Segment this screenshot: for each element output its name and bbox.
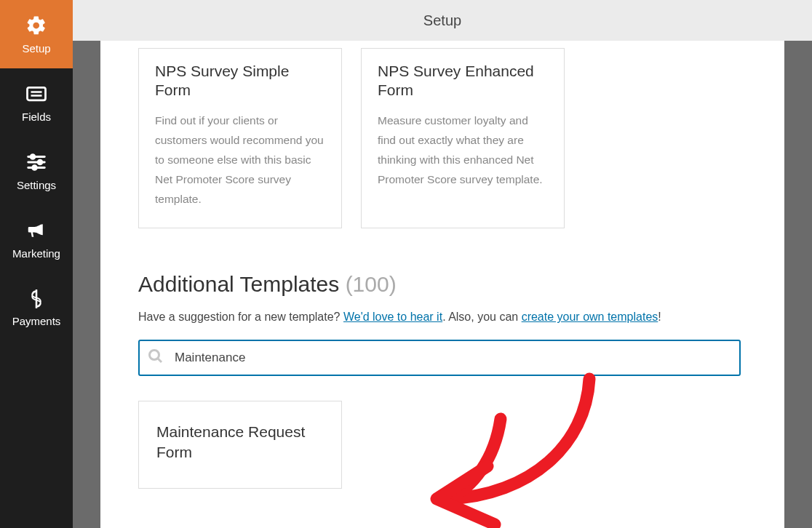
suggestion-post: ! <box>658 311 661 323</box>
sidebar-item-marketing[interactable]: Marketing <box>0 205 73 273</box>
suggestion-pre: Have a suggestion for a new template? <box>138 311 343 323</box>
top-bar: Setup <box>73 0 812 41</box>
additional-templates-heading: Additional Templates (100) <box>138 272 741 297</box>
template-desc: Find out if your clients or customers wo… <box>155 111 325 209</box>
svg-rect-0 <box>28 87 46 100</box>
sidebar-item-payments[interactable]: Payments <box>0 273 73 342</box>
search-icon <box>147 348 164 368</box>
template-row: NPS Survey Simple Form Find out if your … <box>138 48 741 228</box>
arrow-annotation-icon <box>422 372 618 528</box>
feedback-link[interactable]: We'd love to hear it <box>343 311 442 323</box>
template-card-nps-enhanced[interactable]: NPS Survey Enhanced Form Measure custome… <box>361 48 565 228</box>
content-panel: NPS Survey Simple Form Find out if your … <box>100 41 784 528</box>
sidebar-item-settings[interactable]: Settings <box>0 137 73 205</box>
svg-point-6 <box>38 160 42 164</box>
main: Setup NPS Survey Simple Form Find out if… <box>73 0 812 528</box>
template-card-nps-simple[interactable]: NPS Survey Simple Form Find out if your … <box>138 48 342 228</box>
suggestion-mid: . Also, you can <box>442 311 522 323</box>
svg-point-4 <box>31 154 35 159</box>
sidebar-item-label: Settings <box>17 179 56 191</box>
sidebar-item-setup[interactable]: Setup <box>0 0 73 68</box>
content-background: NPS Survey Simple Form Find out if your … <box>73 41 812 528</box>
create-templates-link[interactable]: create your own templates <box>522 311 658 323</box>
sidebar-item-label: Marketing <box>12 247 60 260</box>
page-title: Setup <box>423 12 461 29</box>
suggestion-text: Have a suggestion for a new template? We… <box>138 307 741 327</box>
sidebar-item-label: Setup <box>22 42 50 55</box>
template-title: Maintenance Request Form <box>156 422 324 462</box>
sidebar-item-label: Fields <box>22 111 51 123</box>
sliders-icon <box>25 151 47 173</box>
sidebar-item-fields[interactable]: Fields <box>0 68 73 137</box>
heading-text: Additional Templates <box>138 272 346 296</box>
template-card-maintenance-request[interactable]: Maintenance Request Form <box>138 401 342 489</box>
templates-count: (100) <box>346 272 397 296</box>
template-title: NPS Survey Enhanced Form <box>378 62 548 100</box>
gear-icon <box>25 15 47 36</box>
svg-point-10 <box>150 351 159 360</box>
template-desc: Measure customer loyalty and find out ex… <box>378 111 548 190</box>
search-wrap <box>138 340 741 376</box>
sidebar: Setup Fields Settings Marketing Payments <box>0 0 73 528</box>
svg-line-11 <box>158 359 162 362</box>
dollar-icon <box>26 289 47 309</box>
svg-point-8 <box>33 165 37 169</box>
list-icon <box>25 83 47 105</box>
sidebar-item-label: Payments <box>12 315 61 327</box>
bullhorn-icon <box>25 220 47 241</box>
template-search-input[interactable] <box>138 340 741 376</box>
template-title: NPS Survey Simple Form <box>155 62 325 100</box>
